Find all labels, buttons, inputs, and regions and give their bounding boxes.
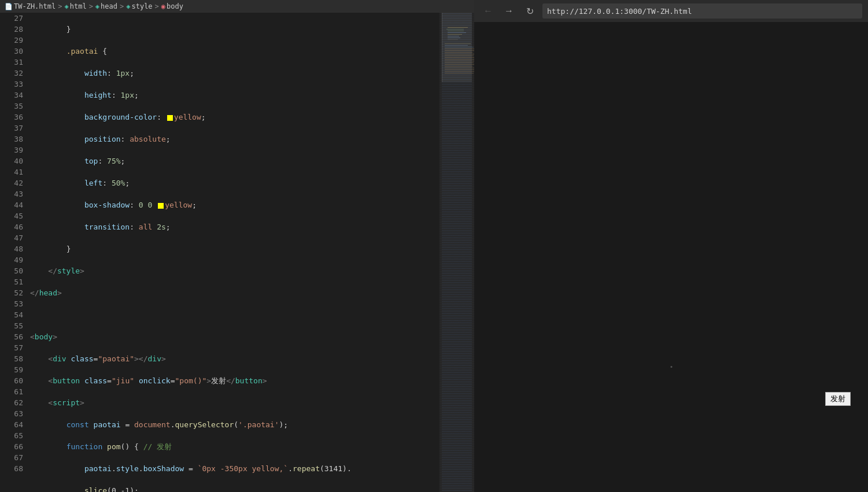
code-line-36: transition: all 2s; — [30, 221, 439, 232]
code-line-41: <body> — [30, 331, 439, 342]
back-button[interactable]: ← — [480, 3, 496, 19]
code-line-39: </head> — [30, 287, 439, 298]
code-line-28: .paotai { — [30, 46, 439, 57]
code-line-35: box-shadow: 0 0 yellow; — [30, 199, 439, 210]
breadcrumb-style-icon: ◈ — [126, 2, 130, 10]
breadcrumb-file[interactable]: TW-ZH.html — [14, 2, 56, 10]
refresh-button[interactable]: ↻ — [522, 3, 538, 19]
minimap[interactable] — [439, 13, 474, 492]
code-line-33: top: 75%; — [30, 156, 439, 167]
refresh-icon: ↻ — [526, 6, 534, 17]
breadcrumb-body-icon: ◉ — [161, 2, 165, 10]
code-line-38: </style> — [30, 265, 439, 276]
breadcrumb-html-icon: ◈ — [64, 2, 68, 10]
breadcrumb: 📄 TW-ZH.html > ◈ html > ◈ head > ◈ style… — [0, 0, 474, 13]
code-line-46: function pom() { // 发射 — [30, 441, 439, 452]
code-content[interactable]: } .paotai { width: 1px; height: 1px; bac… — [28, 13, 439, 492]
preview-launch-button[interactable]: 发射 — [825, 392, 851, 406]
url-bar[interactable] — [542, 3, 862, 19]
browser-content: 发射 — [474, 22, 868, 492]
preview-dot — [670, 366, 672, 368]
forward-button[interactable]: → — [501, 3, 517, 19]
browser-panel: ← → ↻ 发射 — [474, 0, 868, 492]
line-numbers: 27 28 29 30 31 32 33 34 35 36 37 38 39 4… — [0, 13, 28, 492]
breadcrumb-body[interactable]: body — [167, 2, 183, 10]
editor-panel: 📄 TW-ZH.html > ◈ html > ◈ head > ◈ style… — [0, 0, 474, 492]
code-line-43: <button class="jiu" onclick="pom()">发射</… — [30, 375, 439, 386]
breadcrumb-head-icon: ◈ — [95, 2, 99, 10]
code-line-37: } — [30, 243, 439, 254]
code-line-32: position: absolute; — [30, 134, 439, 145]
breadcrumb-style[interactable]: style — [131, 2, 152, 10]
code-line-27: } — [30, 24, 439, 35]
code-area[interactable]: 27 28 29 30 31 32 33 34 35 36 37 38 39 4… — [0, 13, 439, 492]
code-line-34: left: 50%; — [30, 177, 439, 188]
breadcrumb-head[interactable]: head — [101, 2, 117, 10]
code-line-48: slice(0,-1); — [30, 485, 439, 492]
forward-icon: → — [504, 6, 514, 16]
file-icon: 📄 — [5, 3, 13, 10]
code-line-42: <div class="paotai"></div> — [30, 353, 439, 364]
code-line-45: const paotai = document.querySelector('.… — [30, 419, 439, 430]
breadcrumb-html[interactable]: html — [70, 2, 87, 10]
code-line-44: <script> — [30, 397, 439, 408]
code-line-40 — [30, 309, 439, 320]
back-icon: ← — [483, 6, 493, 16]
minimap-content — [439, 13, 474, 492]
code-line-30: height: 1px; — [30, 90, 439, 101]
code-line-47: paotai.style.boxShadow = `0px -350px yel… — [30, 463, 439, 474]
browser-toolbar: ← → ↻ — [474, 0, 868, 22]
code-line-29: width: 1px; — [30, 68, 439, 79]
code-line-31: background-color: yellow; — [30, 112, 439, 123]
